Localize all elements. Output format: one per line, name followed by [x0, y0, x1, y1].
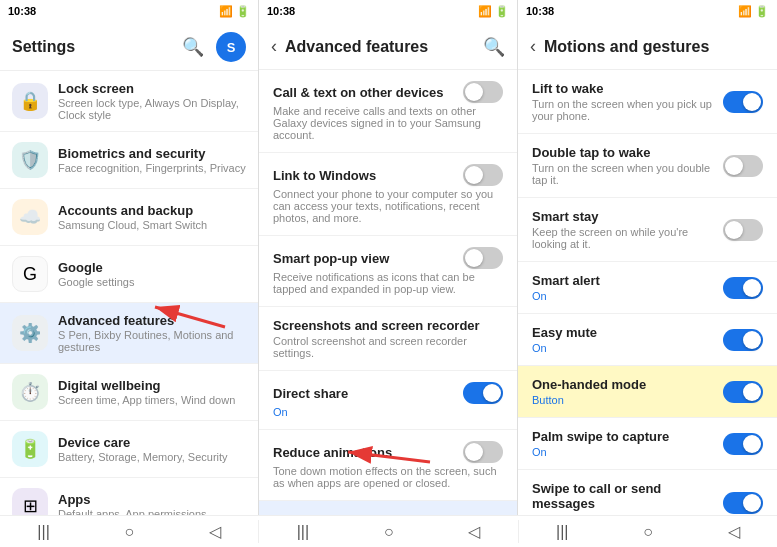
smartalert-toggle[interactable] [723, 277, 763, 299]
calltext-toggle[interactable] [463, 81, 503, 103]
settings-item-lockscreen[interactable]: 🔒 Lock screen Screen lock type, Always O… [0, 71, 258, 132]
devicecare-title: Device care [58, 435, 246, 450]
advanced-icon: ⚙️ [12, 315, 48, 351]
palmswipe-toggle[interactable] [723, 433, 763, 455]
time-left: 10:38 [8, 5, 36, 17]
nav-back-mid[interactable]: ◁ [468, 522, 480, 541]
settings-item-digitalwellbeing[interactable]: ⏱️ Digital wellbeing Screen time, App ti… [0, 364, 258, 421]
animations-sub: Tone down motion effects on the screen, … [273, 465, 503, 489]
advanced-header: ‹ Advanced features 🔍 [259, 22, 517, 70]
devicecare-icon: 🔋 [12, 431, 48, 467]
swipecall-toggle[interactable] [723, 492, 763, 514]
status-icons-mid: 📶 🔋 [478, 5, 509, 18]
right-item-doubletap[interactable]: Double tap to wake Turn on the screen wh… [518, 134, 777, 198]
animations-title: Reduce animations [273, 445, 392, 460]
motions-header: ‹ Motions and gestures [518, 22, 777, 70]
panel-advanced: ‹ Advanced features 🔍 Call & text on oth… [259, 22, 518, 515]
settings-item-accounts[interactable]: ☁️ Accounts and backup Samsung Cloud, Sm… [0, 189, 258, 246]
popup-title: Smart pop-up view [273, 251, 389, 266]
smartstay-toggle[interactable] [723, 219, 763, 241]
settings-item-biometrics[interactable]: 🛡️ Biometrics and security Face recognit… [0, 132, 258, 189]
palmswipe-status: On [532, 446, 723, 458]
motions-header-title: Motions and gestures [544, 38, 709, 56]
nav-menu-mid[interactable]: ||| [297, 523, 309, 541]
bottom-nav-left: ||| ○ ◁ [0, 516, 258, 547]
nav-back-left[interactable]: ◁ [209, 522, 221, 541]
windows-toggle[interactable] [463, 164, 503, 186]
mid-item-popup[interactable]: Smart pop-up view Receive notifications … [259, 236, 517, 307]
mid-item-screenshot[interactable]: Screenshots and screen recorder Control … [259, 307, 517, 371]
mid-item-calltext[interactable]: Call & text on other devices Make and re… [259, 70, 517, 153]
directshare-toggle[interactable] [463, 382, 503, 404]
animations-toggle[interactable] [463, 441, 503, 463]
biometrics-sub: Face recognition, Fingerprints, Privacy [58, 162, 246, 174]
lifttowake-toggle[interactable] [723, 91, 763, 113]
settings-item-google[interactable]: G Google Google settings [0, 246, 258, 303]
google-sub: Google settings [58, 276, 246, 288]
accounts-sub: Samsung Cloud, Smart Switch [58, 219, 246, 231]
google-icon: G [12, 256, 48, 292]
search-icon-mid[interactable]: 🔍 [483, 36, 505, 58]
advanced-list: Call & text on other devices Make and re… [259, 70, 517, 515]
right-item-easymute[interactable]: Easy mute On [518, 314, 777, 366]
mid-item-motions[interactable]: Motions and gestures › Manage features r… [259, 501, 517, 515]
nav-home-right[interactable]: ○ [643, 523, 653, 541]
search-icon[interactable]: 🔍 [182, 36, 204, 58]
nav-home-mid[interactable]: ○ [384, 523, 394, 541]
time-right: 10:38 [526, 5, 554, 17]
settings-item-apps[interactable]: ⊞ Apps Default apps, App permissions [0, 478, 258, 515]
windows-title: Link to Windows [273, 168, 376, 183]
devicecare-sub: Battery, Storage, Memory, Security [58, 451, 246, 463]
easymute-title: Easy mute [532, 325, 723, 340]
easymute-status: On [532, 342, 723, 354]
right-item-palmswipe[interactable]: Palm swipe to capture On [518, 418, 777, 470]
onehand-toggle[interactable] [723, 381, 763, 403]
digitalwellbeing-sub: Screen time, App timers, Wind down [58, 394, 246, 406]
right-item-lifttowake[interactable]: Lift to wake Turn on the screen when you… [518, 70, 777, 134]
doubletap-title: Double tap to wake [532, 145, 723, 160]
motions-list: Lift to wake Turn on the screen when you… [518, 70, 777, 515]
onehand-status: Button [532, 394, 723, 406]
settings-item-devicecare[interactable]: 🔋 Device care Battery, Storage, Memory, … [0, 421, 258, 478]
easymute-toggle[interactable] [723, 329, 763, 351]
doubletap-sub: Turn on the screen when you double tap i… [532, 162, 723, 186]
back-button-right[interactable]: ‹ [530, 36, 536, 57]
nav-menu-left[interactable]: ||| [37, 523, 49, 541]
mid-item-windows[interactable]: Link to Windows Connect your phone to yo… [259, 153, 517, 236]
apps-icon: ⊞ [12, 488, 48, 515]
popup-sub: Receive notifications as icons that can … [273, 271, 503, 295]
panel-motions: ‹ Motions and gestures Lift to wake Turn… [518, 22, 777, 515]
settings-item-advanced[interactable]: ⚙️ Advanced features S Pen, Bixby Routin… [0, 303, 258, 364]
directshare-title: Direct share [273, 386, 348, 401]
smartalert-title: Smart alert [532, 273, 723, 288]
calltext-sub: Make and receive calls and texts on othe… [273, 105, 503, 141]
lockscreen-title: Lock screen [58, 81, 246, 96]
bottom-nav-mid: ||| ○ ◁ [259, 516, 517, 547]
right-item-swipecall[interactable]: Swipe to call or send messages On [518, 470, 777, 515]
lifttowake-title: Lift to wake [532, 81, 723, 96]
mid-item-animations[interactable]: Reduce animations Tone down motion effec… [259, 430, 517, 501]
smartstay-title: Smart stay [532, 209, 723, 224]
apps-title: Apps [58, 492, 246, 507]
nav-menu-right[interactable]: ||| [556, 523, 568, 541]
biometrics-title: Biometrics and security [58, 146, 246, 161]
right-item-smartalert[interactable]: Smart alert On [518, 262, 777, 314]
biometrics-icon: 🛡️ [12, 142, 48, 178]
settings-list: 🔒 Lock screen Screen lock type, Always O… [0, 71, 258, 515]
digitalwellbeing-icon: ⏱️ [12, 374, 48, 410]
back-button-mid[interactable]: ‹ [271, 36, 277, 57]
nav-home-left[interactable]: ○ [125, 523, 135, 541]
popup-toggle[interactable] [463, 247, 503, 269]
advanced-title: Advanced features [58, 313, 246, 328]
status-icons-right: 📶 🔋 [738, 5, 769, 18]
profile-avatar[interactable]: S [216, 32, 246, 62]
nav-back-right[interactable]: ◁ [728, 522, 740, 541]
advanced-header-title: Advanced features [285, 38, 428, 56]
right-item-onehand[interactable]: One-handed mode Button [518, 366, 777, 418]
screenshot-title: Screenshots and screen recorder [273, 318, 480, 333]
calltext-title: Call & text on other devices [273, 85, 444, 100]
doubletap-toggle[interactable] [723, 155, 763, 177]
right-item-smartstay[interactable]: Smart stay Keep the screen on while you'… [518, 198, 777, 262]
mid-item-directshare[interactable]: Direct share On [259, 371, 517, 430]
onehand-title: One-handed mode [532, 377, 723, 392]
